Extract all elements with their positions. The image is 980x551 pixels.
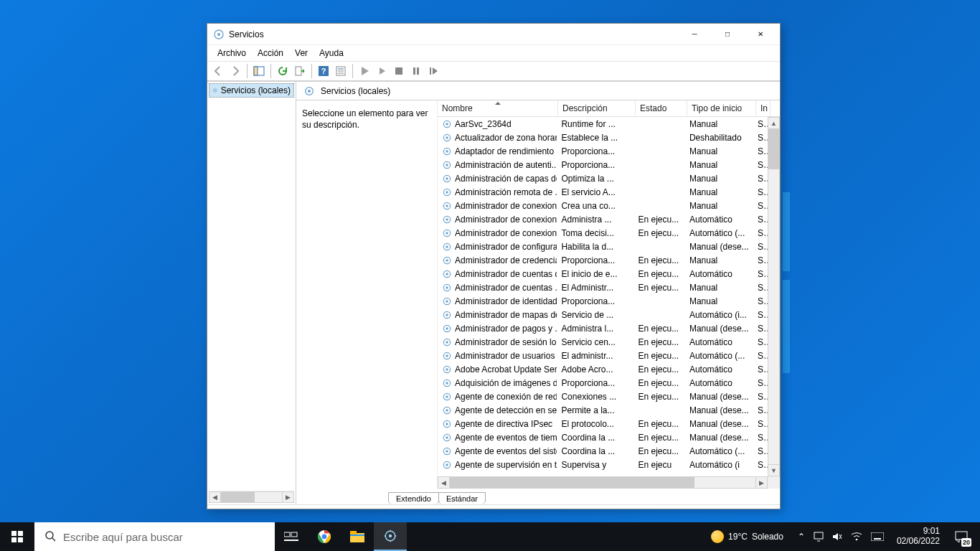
taskbar-search[interactable]: Escribe aquí para buscar — [34, 522, 275, 551]
table-row[interactable]: Administrador de conexion...Toma decisi.… — [438, 226, 768, 240]
start-service-alt-button[interactable] — [374, 63, 390, 79]
help-button[interactable]: ? — [316, 63, 331, 79]
table-row[interactable]: Agente de eventos de tiempoCoordina la .… — [438, 430, 768, 444]
cell-status: En ejecu... — [634, 364, 685, 375]
table-row[interactable]: Administrador de cuentas d...El inicio d… — [438, 267, 768, 281]
show-hide-tree-button[interactable] — [251, 63, 267, 79]
taskbar-app-explorer[interactable] — [341, 522, 374, 551]
tree-hscrollbar[interactable]: ◀ ▶ — [209, 491, 294, 503]
scroll-right-icon[interactable]: ▶ — [755, 476, 768, 489]
taskbar-clock[interactable]: 9:01 02/06/2022 — [891, 527, 946, 547]
start-button[interactable] — [0, 522, 34, 551]
table-row[interactable]: Administrador de credencia...Proporciona… — [438, 253, 768, 267]
list-vscrollbar[interactable]: ▲ ▼ — [768, 117, 780, 476]
tray-chevron-up-icon[interactable]: ⌃ — [798, 532, 805, 542]
window-title: Servicios — [229, 29, 678, 39]
tree-item-services-local[interactable]: Servicios (locales) — [209, 83, 294, 98]
scroll-track[interactable] — [450, 476, 755, 489]
scroll-left-icon[interactable]: ◀ — [209, 491, 221, 503]
table-row[interactable]: Administración de capas de...Optimiza la… — [438, 171, 768, 185]
scroll-track[interactable] — [221, 491, 282, 503]
table-row[interactable]: Administrador de configura...Habilita la… — [438, 240, 768, 253]
nav-forward-button[interactable] — [227, 63, 243, 79]
maximize-button[interactable]: □ — [711, 24, 744, 45]
action-center-button[interactable]: 20 — [946, 522, 977, 551]
cell-logon: Sis — [753, 324, 768, 334]
table-row[interactable]: Agente de conexión de redConexiones ...E… — [438, 390, 768, 403]
svg-point-48 — [446, 314, 448, 316]
scroll-left-icon[interactable]: ◀ — [438, 476, 450, 489]
properties-button[interactable] — [333, 63, 349, 79]
col-start-type[interactable]: Tipo de inicio — [687, 100, 756, 116]
cell-status: En ejecu... — [634, 269, 685, 279]
scroll-thumb[interactable] — [768, 129, 779, 169]
scroll-track[interactable] — [768, 129, 780, 464]
tab-standard[interactable]: Estándar — [438, 492, 486, 504]
refresh-button[interactable] — [275, 63, 291, 79]
menu-view[interactable]: Ver — [289, 47, 314, 60]
tray-network-icon[interactable] — [814, 532, 824, 542]
scroll-thumb[interactable] — [450, 477, 694, 488]
cell-logon: Sis — [753, 269, 768, 279]
taskbar-app-chrome[interactable] — [308, 522, 341, 551]
col-status[interactable]: Estado — [636, 100, 687, 116]
stop-service-button[interactable] — [391, 63, 407, 79]
taskbar-weather[interactable]: 19°C Soleado — [704, 530, 791, 543]
table-row[interactable]: Administrador de identidad...Proporciona… — [438, 294, 768, 308]
table-row[interactable]: Adaptador de rendimiento ...Proporciona.… — [438, 144, 768, 158]
cell-start: Automático — [685, 364, 753, 375]
cell-logon: Sis — [753, 392, 768, 402]
svg-point-56 — [446, 368, 448, 371]
pause-service-button[interactable] — [408, 63, 424, 79]
table-row[interactable]: Administración de autenti...Proporciona.… — [438, 158, 768, 171]
table-row[interactable]: Agente de detección en seg...Permite a l… — [438, 403, 768, 417]
cell-desc: Proporciona... — [557, 255, 633, 265]
table-row[interactable]: Adquisición de imágenes d...Proporciona.… — [438, 376, 768, 390]
col-description[interactable]: Descripción — [558, 100, 636, 116]
scroll-thumb[interactable] — [221, 492, 255, 502]
table-row[interactable]: Adobe Acrobat Update Serv...Adobe Acro..… — [438, 362, 768, 376]
cell-status: En ejecu... — [634, 283, 685, 293]
cell-start: Manual (dese... — [685, 405, 753, 415]
taskbar-app-services[interactable] — [374, 522, 407, 551]
table-row[interactable]: Administrador de mapas de...Servicio de … — [438, 308, 768, 321]
services-window: Servicios ─ □ ✕ Archivo Acción Ver Ayuda… — [207, 23, 781, 509]
task-view-button[interactable] — [275, 522, 308, 551]
table-row[interactable]: Agente de supervisión en tiSupervisa yEn… — [438, 458, 768, 471]
nav-back-button[interactable] — [210, 63, 226, 79]
table-row[interactable]: Administrador de pagos y ...Administra l… — [438, 321, 768, 335]
tray-keyboard-icon[interactable] — [871, 532, 884, 541]
scroll-right-icon[interactable]: ▶ — [282, 491, 294, 503]
cell-start: Manual — [685, 283, 753, 293]
col-name[interactable]: Nombre — [438, 100, 558, 116]
svg-point-87 — [389, 534, 392, 538]
close-button[interactable]: ✕ — [744, 24, 777, 45]
list-hscrollbar[interactable]: ◀ ▶ — [438, 476, 768, 489]
table-row[interactable]: Administración remota de ...El servicio … — [438, 185, 768, 199]
table-row[interactable]: Agente de eventos del siste...Coordina l… — [438, 444, 768, 458]
restart-service-button[interactable] — [425, 63, 441, 79]
tab-extended[interactable]: Extendido — [388, 492, 439, 504]
table-row[interactable]: Actualizador de zona horari...Establece … — [438, 131, 768, 144]
svg-point-32 — [446, 204, 448, 207]
scroll-down-icon[interactable]: ▼ — [768, 464, 780, 476]
tray-wifi-icon[interactable] — [851, 532, 862, 541]
table-row[interactable]: Administrador de conexion...Crea una co.… — [438, 199, 768, 212]
table-row[interactable]: Administrador de cuentas ...El Administr… — [438, 281, 768, 294]
table-row[interactable]: Administrador de conexion...Administra .… — [438, 212, 768, 226]
minimize-button[interactable]: ─ — [678, 24, 711, 45]
titlebar[interactable]: Servicios ─ □ ✕ — [207, 24, 780, 45]
menu-action[interactable]: Acción — [252, 47, 289, 60]
menu-file[interactable]: Archivo — [212, 47, 252, 60]
menu-help[interactable]: Ayuda — [314, 47, 349, 60]
col-logon[interactable]: In — [756, 100, 771, 116]
tray-volume-icon[interactable] — [832, 532, 842, 542]
scroll-up-icon[interactable]: ▲ — [768, 117, 780, 129]
table-row[interactable]: AarSvc_2364dRuntime for ...ManualSis — [438, 117, 768, 131]
cell-start: Manual (dese... — [685, 242, 753, 252]
table-row[interactable]: Administrador de sesión localServicio ce… — [438, 335, 768, 349]
export-button[interactable] — [292, 63, 308, 79]
table-row[interactable]: Administrador de usuariosEl administr...… — [438, 349, 768, 362]
table-row[interactable]: Agente de directiva IPsecEl protocolo...… — [438, 417, 768, 430]
start-service-button[interactable] — [357, 63, 372, 79]
